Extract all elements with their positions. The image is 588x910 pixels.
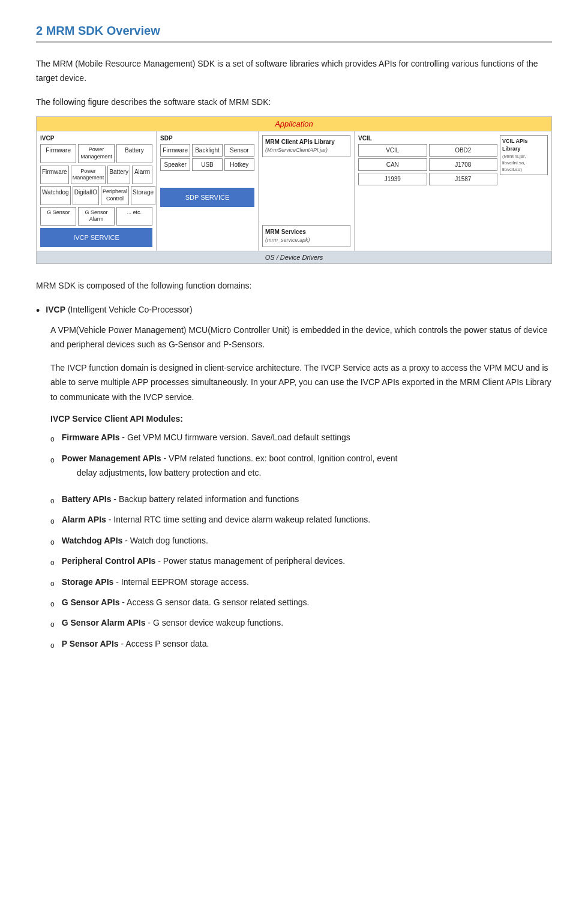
sdp-speaker: Speaker	[160, 158, 190, 171]
api-bullet-peripheral: o	[50, 557, 55, 569]
intro-paragraph-2: The following figure describes the softw…	[36, 95, 552, 110]
api-alarm: o Alarm APIs - Internal RTC time setting…	[50, 513, 552, 527]
api-watchdog-text: Watchdog APIs - Watch dog functions.	[62, 534, 208, 548]
sdp-hotkey: Hotkey	[224, 158, 254, 171]
api-firmware-text: Firmware APIs - Get VPM MCU firmware ver…	[62, 431, 350, 445]
sdp-service-bar: SDP SERVICE	[160, 188, 254, 207]
ivcp-sub-header: IVCP Service Client API Modules:	[50, 414, 552, 424]
api-storage-text: Storage APIs - Internal EEPROM storage a…	[62, 575, 249, 590]
sdp-sensor: Sensor	[224, 144, 254, 157]
mrm-services-title: MRM Services	[265, 228, 347, 236]
mrm-column: MRM Client APIs Library (MrmServiceClien…	[259, 131, 355, 251]
vcil-apis-box: VCIL APIs Library (Mrmlni.jar, libvcilni…	[500, 135, 548, 175]
api-gsensor: o G Sensor APIs - Access G sensor data. …	[50, 596, 552, 610]
bullet-ivcp: • IVCP (Intelligent Vehicle Co-Processor…	[36, 305, 552, 651]
ivcp-power2: PowerManagement	[71, 166, 106, 184]
sdp-usb: USB	[192, 158, 222, 171]
api-psensor-text: P Sensor APIs - Access P sensor data.	[62, 637, 209, 651]
ivcp-desc2: The IVCP function domain is designed in …	[50, 361, 552, 405]
api-alarm-text: Alarm APIs - Internal RTC time setting a…	[62, 513, 370, 527]
ivcp-digitalio: DigitalIO	[73, 186, 99, 205]
vcil-vcil: VCIL	[358, 144, 427, 157]
ivcp-etc: ... etc.	[116, 207, 152, 226]
ivcp-service-bar: IVCP SERVICE	[40, 228, 152, 247]
vcil-j1939: J1939	[358, 173, 427, 185]
api-bullet-psensor: o	[50, 639, 55, 651]
ivcp-firmware2: Firmware	[40, 166, 69, 184]
api-bullet-firmware: o	[50, 433, 55, 445]
section-composed: MRM SDK is composed of the following fun…	[36, 278, 552, 293]
bullet-dot: •	[36, 305, 40, 318]
ivcp-watchdog: Watchdog	[40, 186, 71, 205]
api-gsensor-alarm: o G Sensor Alarm APIs - G sensor device …	[50, 616, 552, 630]
api-psensor: o P Sensor APIs - Access P sensor data.	[50, 637, 552, 651]
ivcp-label: IVCP	[40, 135, 152, 142]
ivcp-column: IVCP Firmware PowerManagement Battery Fi…	[37, 131, 157, 251]
vcil-j1708: J1708	[429, 158, 498, 171]
api-battery: o Battery APIs - Backup battery related …	[50, 492, 552, 507]
ivcp-gsensor-alarm: G SensorAlarm	[78, 207, 114, 226]
api-gsensor-alarm-text: G Sensor Alarm APIs - G sensor device wa…	[62, 616, 283, 630]
sdp-backlight: Backlight	[192, 144, 222, 157]
api-watchdog: o Watchdog APIs - Watch dog functions.	[50, 534, 552, 548]
api-list: o Firmware APIs - Get VPM MCU firmware v…	[50, 431, 552, 651]
ivcp-title-bold: IVCP	[46, 305, 65, 314]
diagram-main-row: IVCP Firmware PowerManagement Battery Fi…	[37, 131, 551, 251]
ivcp-top-grid: Firmware PowerManagement Battery	[40, 144, 152, 163]
mrm-library-sub: (MrmServiceClientAPI.jar)	[265, 146, 347, 154]
mrm-library-box: MRM Client APIs Library (MrmServiceClien…	[262, 135, 350, 157]
ivcp-firmware: Firmware	[40, 144, 76, 163]
api-storage: o Storage APIs - Internal EEPROM storage…	[50, 575, 552, 590]
api-peripheral-text: Peripheral Control APIs - Power status m…	[62, 554, 346, 569]
vcil-apis-title: VCIL APIs Library	[502, 137, 545, 152]
api-bullet-watchdog: o	[50, 536, 55, 548]
api-bullet-power: o	[50, 454, 55, 466]
ivcp-battery2: Battery	[107, 166, 130, 184]
vcil-column: VCIL VCIL OBD2 CAN J1708 J1939 J1587 VCI…	[355, 131, 551, 251]
ivcp-storage: Storage	[131, 186, 155, 205]
sdp-firmware: Firmware	[160, 144, 190, 157]
api-bullet-alarm: o	[50, 515, 55, 527]
ivcp-header: • IVCP (Intelligent Vehicle Co-Processor…	[36, 305, 552, 318]
intro-paragraph-1: The MRM (Mobile Resource Management) SDK…	[36, 57, 552, 86]
os-bar: OS / Device Drivers	[37, 251, 551, 263]
ivcp-title-rest: (Intelligent Vehicle Co-Processor)	[65, 305, 193, 314]
api-bullet-gsensor-alarm: o	[50, 618, 55, 630]
ivcp-gsensor: G Sensor	[40, 207, 76, 226]
mrm-services-box: MRM Services (mrm_service.apk)	[262, 225, 350, 247]
page-title: 2 MRM SDK Overview	[36, 24, 552, 43]
api-gsensor-text: G Sensor APIs - Access G sensor data. G …	[62, 596, 310, 610]
vcil-j1587: J1587	[429, 173, 498, 185]
api-bullet-gsensor: o	[50, 598, 55, 610]
ivcp-power: PowerManagement	[78, 144, 114, 163]
vcil-can: CAN	[358, 158, 427, 171]
api-battery-text: Battery APIs - Backup battery related in…	[62, 492, 299, 507]
mrm-services-sub: (mrm_service.apk)	[265, 236, 347, 244]
sdp-label: SDP	[160, 135, 254, 142]
api-bullet-storage: o	[50, 578, 55, 590]
ivcp-title: IVCP (Intelligent Vehicle Co-Processor)	[46, 305, 192, 314]
ivcp-peripheral: PeripheralControl	[101, 186, 129, 205]
mrm-library-title: MRM Client APIs Library	[265, 138, 347, 146]
vcil-obd2: OBD2	[429, 144, 498, 157]
app-bar: Application	[37, 117, 551, 131]
sdp-column: SDP Firmware Backlight Sensor Speaker US…	[157, 131, 259, 251]
software-stack-diagram: Application IVCP Firmware PowerManagemen…	[36, 116, 552, 264]
api-peripheral: o Peripheral Control APIs - Power status…	[50, 554, 552, 569]
ivcp-desc1: A VPM(Vehicle Power Management) MCU(Micr…	[50, 323, 552, 352]
ivcp-battery: Battery	[116, 144, 152, 163]
api-power-indent: delay adjustments, low battery protectio…	[77, 466, 261, 480]
api-bullet-battery: o	[50, 495, 55, 507]
ivcp-alarm2: Alarm	[132, 166, 152, 184]
api-firmware: o Firmware APIs - Get VPM MCU firmware v…	[50, 431, 552, 445]
api-power-text: Power Management APIs - VPM related func…	[62, 452, 398, 466]
vcil-apis-sub: (Mrmlni.jar, libvcilni.so, libvcil.so)	[502, 153, 545, 173]
api-power-mgmt: o Power Management APIs - VPM related fu…	[50, 452, 552, 486]
vcil-label: VCIL	[358, 135, 497, 142]
